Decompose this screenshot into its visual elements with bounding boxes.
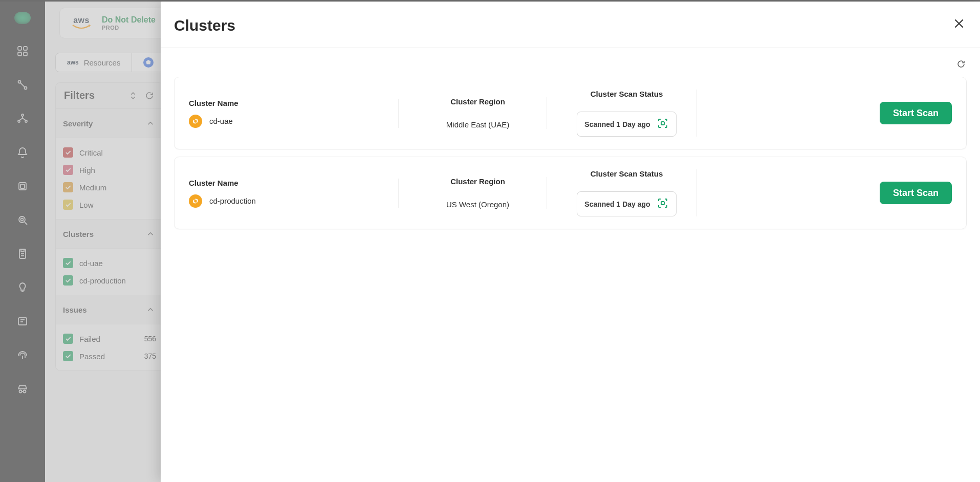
col-header-region: Cluster Region [450, 177, 505, 186]
start-scan-button[interactable]: Start Scan [880, 102, 952, 124]
scan-status-text: Scanned 1 Day ago [584, 120, 650, 128]
cluster-name: cd-production [209, 196, 256, 205]
start-scan-button[interactable]: Start Scan [880, 182, 952, 204]
svg-rect-19 [661, 202, 664, 205]
scan-focus-icon [657, 117, 669, 131]
cluster-gear-icon [189, 194, 202, 208]
col-header-name: Cluster Name [189, 99, 398, 107]
col-header-status: Cluster Scan Status [591, 169, 663, 178]
scan-status-box[interactable]: Scanned 1 Day ago [577, 112, 676, 137]
cluster-region: Middle East (UAE) [446, 120, 509, 129]
scan-status-box[interactable]: Scanned 1 Day ago [577, 191, 676, 216]
cluster-name: cd-uae [209, 117, 233, 125]
cluster-region: US West (Oregon) [446, 200, 509, 209]
col-header-region: Cluster Region [450, 97, 505, 106]
clusters-drawer: Clusters Cluster Name cd-uae Cluster Reg… [161, 2, 980, 482]
scan-status-text: Scanned 1 Day ago [584, 200, 650, 208]
modal-title: Clusters [174, 17, 235, 34]
scan-focus-icon [657, 197, 669, 211]
cluster-card: Cluster Name cd-production Cluster Regio… [174, 157, 967, 229]
refresh-button[interactable] [955, 58, 967, 70]
svg-rect-18 [661, 122, 664, 125]
col-header-name: Cluster Name [189, 179, 398, 187]
cluster-card: Cluster Name cd-uae Cluster Region Middl… [174, 77, 967, 149]
close-button[interactable] [952, 17, 967, 31]
col-header-status: Cluster Scan Status [591, 90, 663, 98]
cluster-gear-icon [189, 115, 202, 128]
